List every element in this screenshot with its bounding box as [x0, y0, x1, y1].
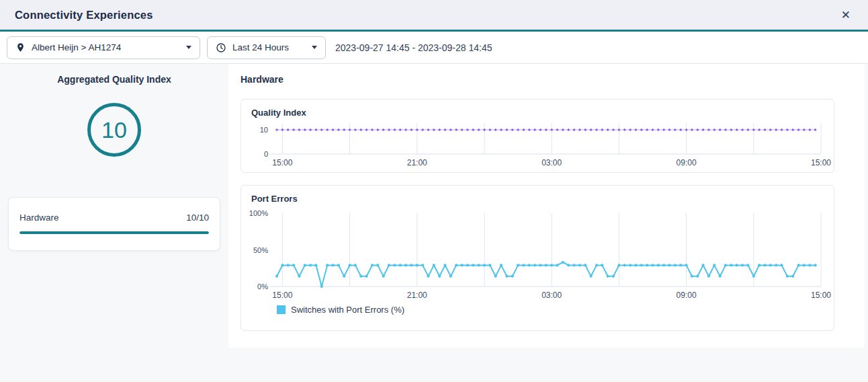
- legend-label: Switches with Port Errors (%): [291, 305, 404, 315]
- svg-text:15:00: 15:00: [272, 158, 292, 167]
- modal-body: Aggregated Quality Index 10 Hardware 10/…: [0, 64, 868, 380]
- svg-text:21:00: 21:00: [407, 158, 427, 167]
- svg-text:0: 0: [264, 150, 268, 158]
- port-errors-chart-card: Port Errors 15:0021:0003:0009:0015:00100…: [241, 185, 834, 331]
- svg-text:10: 10: [260, 126, 268, 134]
- time-range-dropdown[interactable]: Last 24 Hours: [207, 36, 326, 59]
- metric-progress-fill: [19, 231, 209, 234]
- metric-value: 10/10: [186, 213, 209, 223]
- chevron-down-icon: [312, 46, 317, 49]
- svg-text:15:00: 15:00: [272, 291, 292, 300]
- quality-index-chart-card: Quality Index 15:0021:0003:0009:0015:001…: [241, 99, 834, 173]
- quality-score-circle: 10: [87, 103, 141, 157]
- time-range-dropdown-value: Last 24 Hours: [232, 42, 306, 52]
- metric-progress-track: [19, 231, 209, 234]
- aggregated-quality-index-title: Aggregated Quality Index: [0, 74, 228, 85]
- svg-text:09:00: 09:00: [677, 291, 697, 300]
- hardware-panel: Hardware Quality Index 15:0021:0003:0009…: [228, 64, 865, 348]
- svg-text:03:00: 03:00: [541, 158, 562, 167]
- quality-index-chart-title: Quality Index: [251, 108, 834, 118]
- site-dropdown-value: Albert Heijn > AH1274: [32, 42, 180, 52]
- svg-text:50%: 50%: [253, 246, 268, 254]
- modal-header: Connectivity Experiences ✕: [0, 0, 868, 32]
- clock-icon: [216, 42, 226, 53]
- hardware-metric-card[interactable]: Hardware 10/10: [8, 197, 220, 251]
- metric-label: Hardware: [19, 213, 59, 223]
- close-icon: ✕: [841, 9, 851, 22]
- close-button[interactable]: ✕: [838, 7, 853, 24]
- port-errors-chart-title: Port Errors: [251, 194, 834, 204]
- date-range-text: 2023-09-27 14:45 - 2023-09-28 14:45: [335, 42, 492, 53]
- svg-text:15:00: 15:00: [811, 158, 831, 167]
- legend-swatch-icon: [277, 305, 286, 314]
- svg-text:09:00: 09:00: [677, 158, 697, 167]
- svg-text:15:00: 15:00: [811, 291, 831, 300]
- quality-score-value: 10: [101, 117, 127, 143]
- chart-legend-item[interactable]: Switches with Port Errors (%): [277, 305, 834, 315]
- summary-sidebar: Aggregated Quality Index 10 Hardware 10/…: [0, 64, 228, 380]
- svg-text:21:00: 21:00: [407, 291, 427, 300]
- chevron-down-icon: [186, 46, 191, 49]
- page-title: Connectivity Experiences: [15, 9, 153, 22]
- site-dropdown[interactable]: Albert Heijn > AH1274: [7, 36, 200, 59]
- svg-text:0%: 0%: [257, 282, 268, 291]
- quality-index-chart: 15:0021:0003:0009:0015:00100: [241, 118, 834, 171]
- svg-text:100%: 100%: [249, 209, 268, 217]
- svg-text:03:00: 03:00: [541, 291, 562, 300]
- hardware-section-title: Hardware: [241, 74, 865, 85]
- port-errors-chart: 15:0021:0003:0009:0015:00100%50%0%: [241, 204, 834, 303]
- filter-bar: Albert Heijn > AH1274 Last 24 Hours 2023…: [0, 32, 868, 64]
- connectivity-experiences-modal: Connectivity Experiences ✕ Albert Heijn …: [0, 0, 868, 380]
- location-pin-icon: [15, 42, 26, 52]
